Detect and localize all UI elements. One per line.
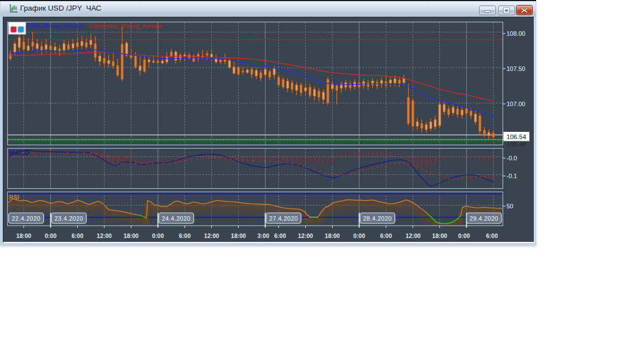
svg-text:3:00: 3:00 <box>257 232 269 239</box>
svg-text:24.4.2020: 24.4.2020 <box>162 215 191 222</box>
svg-text:12:00: 12:00 <box>97 232 112 239</box>
svg-text:MACD: MACD <box>9 149 29 157</box>
svg-text:Exponential_Moving_Average: Exponential_Moving_Average <box>88 23 163 29</box>
svg-text:108.00: 108.00 <box>506 30 525 37</box>
svg-text:0:00: 0:00 <box>353 232 365 239</box>
svg-text:12:00: 12:00 <box>406 232 421 239</box>
svg-text:22.4.2020: 22.4.2020 <box>12 215 41 222</box>
svg-text:23.4.2020: 23.4.2020 <box>54 215 83 222</box>
svg-text:12:00: 12:00 <box>298 232 313 239</box>
svg-text:6:00: 6:00 <box>380 232 392 239</box>
svg-text:50: 50 <box>506 203 513 209</box>
svg-text:107.00: 107.00 <box>506 101 525 107</box>
svg-text:-0.1: -0.1 <box>506 173 517 179</box>
svg-text:0:00: 0:00 <box>152 232 164 239</box>
svg-text:106.48: 106.48 <box>506 141 526 147</box>
svg-text:106.54: 106.54 <box>506 134 527 140</box>
svg-text:18:00: 18:00 <box>325 232 340 239</box>
svg-text:6:00: 6:00 <box>486 232 498 239</box>
svg-text:0:00: 0:00 <box>458 232 470 239</box>
svg-text:6:00: 6:00 <box>72 232 83 239</box>
svg-text:107.50: 107.50 <box>506 65 525 72</box>
svg-text:12:00: 12:00 <box>204 232 219 239</box>
svg-text:18:00: 18:00 <box>124 232 139 239</box>
svg-text:27.4.2020: 27.4.2020 <box>269 215 298 222</box>
svg-text:18:00: 18:00 <box>231 232 246 239</box>
svg-text:18:00: 18:00 <box>16 232 31 239</box>
svg-text:6:00: 6:00 <box>179 232 191 239</box>
svg-text:6:00: 6:00 <box>274 232 286 239</box>
svg-text:18:00: 18:00 <box>432 232 447 239</box>
svg-text:0:00: 0:00 <box>45 232 56 239</box>
svg-text:-0.0: -0.0 <box>506 155 517 161</box>
svg-text:RSI: RSI <box>9 194 19 201</box>
svg-text:28.4.2020: 28.4.2020 <box>363 215 392 222</box>
svg-text:29.4.2020: 29.4.2020 <box>470 215 499 222</box>
